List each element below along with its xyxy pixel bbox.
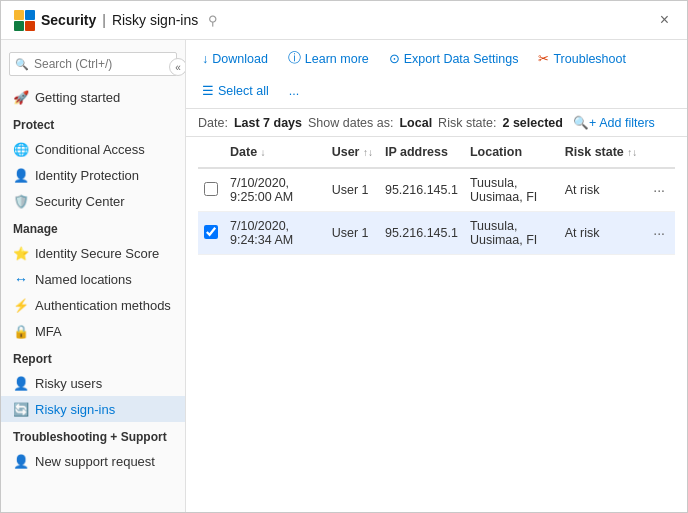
sidebar-label-risky-signins: Risky sign-ins — [35, 402, 115, 417]
sidebar: 🔍 « 🚀 Getting started Protect 🌐 Conditio… — [1, 40, 186, 512]
section-header-troubleshoot: Troubleshooting + Support — [1, 422, 185, 448]
showdates-filter-value[interactable]: Local — [399, 116, 432, 130]
main-content: 🔍 « 🚀 Getting started Protect 🌐 Conditio… — [1, 40, 687, 512]
col-header-user[interactable]: User ↑↓ — [326, 137, 379, 168]
add-filters-label: Add filters — [599, 116, 655, 130]
col-header-date[interactable]: Date ↓ — [224, 137, 326, 168]
date-sort-icon: ↓ — [261, 147, 266, 158]
add-filters-button[interactable]: 🔍+ Add filters — [573, 115, 655, 130]
identity-protection-icon: 👤 — [13, 167, 29, 183]
troubleshoot-button[interactable]: ✂ Troubleshoot — [534, 49, 630, 68]
download-icon: ↓ — [202, 52, 208, 66]
search-box: 🔍 « — [9, 52, 177, 76]
row-checkbox[interactable] — [204, 225, 218, 239]
row-ellipsis-button[interactable]: ··· — [649, 225, 669, 241]
row-ip: 95.216.145.1 — [379, 212, 464, 255]
svg-rect-2 — [14, 21, 24, 31]
row-ip: 95.216.145.1 — [379, 168, 464, 212]
sidebar-item-new-support[interactable]: 👤 New support request — [1, 448, 185, 474]
export-icon: ⊙ — [389, 51, 400, 66]
col-header-actions — [643, 137, 675, 168]
table-row: 7/10/2020, 9:25:00 AM User 1 95.216.145.… — [198, 168, 675, 212]
sidebar-item-conditional-access[interactable]: 🌐 Conditional Access — [1, 136, 185, 162]
conditional-access-icon: 🌐 — [13, 141, 29, 157]
table-header-row: Date ↓ User ↑↓ IP address Lo — [198, 137, 675, 168]
learn-more-button[interactable]: ⓘ Learn more — [284, 48, 373, 69]
sidebar-item-security-center[interactable]: 🛡️ Security Center — [1, 188, 185, 214]
main-window: Security | Risky sign-ins ⚲ × 🔍 « 🚀 Gett… — [0, 0, 688, 513]
svg-rect-3 — [25, 21, 35, 31]
new-support-icon: 👤 — [13, 453, 29, 469]
sidebar-label-named-locations: Named locations — [35, 272, 132, 287]
export-label: Export Data Settings — [404, 52, 519, 66]
row-ellipsis-button[interactable]: ··· — [649, 182, 669, 198]
more-button[interactable]: ... — [285, 82, 303, 100]
sidebar-item-identity-protection[interactable]: 👤 Identity Protection — [1, 162, 185, 188]
sidebar-label-auth-methods: Authentication methods — [35, 298, 171, 313]
toolbar: ↓ Download ⓘ Learn more ⊙ Export Data Se… — [186, 40, 687, 109]
select-all-button[interactable]: ☰ Select all — [198, 81, 273, 100]
sidebar-item-risky-signins[interactable]: 🔄 Risky sign-ins — [1, 396, 185, 422]
row-location: Tuusula, Uusimaa, FI — [464, 168, 559, 212]
sidebar-item-named-locations[interactable]: ↔ Named locations — [1, 266, 185, 292]
row-actions[interactable]: ··· — [643, 168, 675, 212]
date-filter-label: Date: — [198, 116, 228, 130]
learn-more-label: Learn more — [305, 52, 369, 66]
select-all-icon: ☰ — [202, 83, 214, 98]
sidebar-item-mfa[interactable]: 🔒 MFA — [1, 318, 185, 344]
sidebar-item-identity-secure-score[interactable]: ⭐ Identity Secure Score — [1, 240, 185, 266]
col-header-checkbox — [198, 137, 224, 168]
row-checkbox-cell[interactable] — [198, 168, 224, 212]
row-date: 7/10/2020, 9:25:00 AM — [224, 168, 326, 212]
search-icon: 🔍 — [15, 58, 29, 71]
user-sort-icon: ↑↓ — [363, 147, 373, 158]
date-filter-value[interactable]: Last 7 days — [234, 116, 302, 130]
close-button[interactable]: × — [654, 9, 675, 31]
app-icon — [13, 9, 35, 31]
col-header-ip[interactable]: IP address — [379, 137, 464, 168]
col-header-location[interactable]: Location — [464, 137, 559, 168]
sidebar-item-risky-users[interactable]: 👤 Risky users — [1, 370, 185, 396]
riskstate-sort-icon: ↑↓ — [627, 147, 637, 158]
row-actions[interactable]: ··· — [643, 212, 675, 255]
table-body: 7/10/2020, 9:25:00 AM User 1 95.216.145.… — [198, 168, 675, 255]
row-user: User 1 — [326, 168, 379, 212]
row-date: 7/10/2020, 9:24:34 AM — [224, 212, 326, 255]
content-area: ↓ Download ⓘ Learn more ⊙ Export Data Se… — [186, 40, 687, 512]
row-riskstate: At risk — [559, 168, 644, 212]
troubleshoot-icon: ✂ — [538, 51, 549, 66]
row-user: User 1 — [326, 212, 379, 255]
sidebar-item-getting-started[interactable]: 🚀 Getting started — [1, 84, 185, 110]
mfa-icon: 🔒 — [13, 323, 29, 339]
sidebar-label-getting-started: Getting started — [35, 90, 120, 105]
auth-methods-icon: ⚡ — [13, 297, 29, 313]
col-header-riskstate[interactable]: Risk state ↑↓ — [559, 137, 644, 168]
title-app: Security — [41, 12, 96, 28]
svg-rect-0 — [14, 10, 24, 20]
sidebar-label-new-support: New support request — [35, 454, 155, 469]
collapse-button[interactable]: « — [169, 58, 186, 76]
title-bar-left: Security | Risky sign-ins ⚲ — [13, 9, 654, 31]
pin-icon[interactable]: ⚲ — [208, 13, 218, 28]
riskstate-filter-value[interactable]: 2 selected — [502, 116, 562, 130]
row-riskstate: At risk — [559, 212, 644, 255]
security-center-icon: 🛡️ — [13, 193, 29, 209]
sidebar-item-auth-methods[interactable]: ⚡ Authentication methods — [1, 292, 185, 318]
title-bar: Security | Risky sign-ins ⚲ × — [1, 1, 687, 40]
sidebar-label-mfa: MFA — [35, 324, 62, 339]
export-button[interactable]: ⊙ Export Data Settings — [385, 49, 523, 68]
troubleshoot-label: Troubleshoot — [553, 52, 626, 66]
row-checkbox-cell[interactable] — [198, 212, 224, 255]
filters-bar: Date: Last 7 days Show dates as: Local R… — [186, 109, 687, 137]
showdates-filter-label: Show dates as: — [308, 116, 393, 130]
select-all-label: Select all — [218, 84, 269, 98]
row-checkbox[interactable] — [204, 182, 218, 196]
sidebar-label-risky-users: Risky users — [35, 376, 102, 391]
table-row: 7/10/2020, 9:24:34 AM User 1 95.216.145.… — [198, 212, 675, 255]
risky-signins-icon: 🔄 — [13, 401, 29, 417]
sidebar-label-identity-protection: Identity Protection — [35, 168, 139, 183]
named-locations-icon: ↔ — [13, 271, 29, 287]
download-button[interactable]: ↓ Download — [198, 50, 272, 68]
search-input[interactable] — [9, 52, 177, 76]
info-icon: ⓘ — [288, 50, 301, 67]
